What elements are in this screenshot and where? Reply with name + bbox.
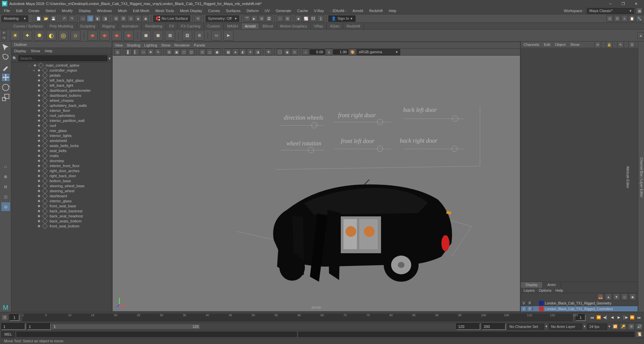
outliner-item-wheel_chassis[interactable]: ◈wheel_chassis: [14, 98, 112, 103]
shelftab-vray[interactable]: VRay: [311, 23, 327, 29]
cb-menu-show[interactable]: Show: [570, 43, 580, 47]
go-end-icon[interactable]: ⏭: [636, 315, 642, 321]
select-hierarchy-icon[interactable]: ◫: [87, 15, 94, 22]
vp-view-transform-icon[interactable]: 🎨: [349, 49, 356, 55]
shelftab-mash[interactable]: MASH: [224, 23, 241, 29]
step-forward-key-icon[interactable]: ⏩: [629, 315, 635, 321]
outliner-item-interior_glass[interactable]: ◈interior_glass: [14, 198, 112, 203]
timeline-menu-icon[interactable]: ☰: [1, 314, 8, 321]
layer-menu-layers[interactable]: Layers: [524, 288, 535, 292]
vp-xray-icon[interactable]: ◯: [276, 49, 283, 55]
character-set-selector[interactable]: No Character Set: [507, 324, 544, 330]
shelftab-redshift[interactable]: Redshift: [343, 23, 364, 29]
attribute-editor-tab[interactable]: Attribute Editor: [625, 164, 630, 190]
range-end-inner[interactable]: [456, 323, 480, 330]
outliner-item-left_back_light_glass[interactable]: ◈left_back_light_glass: [14, 78, 112, 83]
shelftab-xgen[interactable]: XGen: [327, 23, 343, 29]
outliner-item-controller_region[interactable]: +◈controller_region: [14, 68, 112, 73]
live-surface-selector[interactable]: 🧲No Live Surface: [153, 15, 190, 22]
menu-generate[interactable]: Generate: [273, 8, 294, 13]
select-object-icon[interactable]: ◧: [94, 15, 101, 22]
select-tool-icon[interactable]: [1, 43, 10, 52]
cb-lock-icon[interactable]: 🔒: [606, 41, 612, 48]
layout-two-v-icon[interactable]: ◫: [1, 192, 10, 201]
shelftab-animation[interactable]: Animation: [118, 23, 142, 29]
menu-select[interactable]: Select: [43, 8, 59, 13]
autokey-icon[interactable]: 🔑: [620, 323, 627, 330]
vp-grid-icon[interactable]: ⊞: [166, 49, 172, 55]
shelftab-bifrost[interactable]: Bifrost: [259, 23, 277, 29]
outliner-item-bottom_base[interactable]: ◈bottom_base: [14, 178, 112, 183]
snap-curve-icon[interactable]: ⦿: [120, 15, 127, 22]
outliner-item-interior_lights[interactable]: ◈interior_lights: [14, 133, 112, 138]
pause-icon[interactable]: ‖: [317, 15, 324, 22]
scale-tool-icon[interactable]: [1, 93, 10, 102]
viewport-menu-shading[interactable]: Shading: [127, 43, 140, 47]
snap-grid-icon[interactable]: ⊞: [113, 15, 119, 22]
layout-two-h-icon[interactable]: ⊟: [1, 182, 10, 191]
paint-select-icon[interactable]: [1, 63, 10, 72]
shelftab-arnold[interactable]: Arnold: [241, 23, 259, 29]
layer-new-selected-icon[interactable]: ◆: [629, 293, 636, 300]
menu-redshift[interactable]: Redshift: [367, 8, 385, 13]
viewport-menu-show[interactable]: Show: [161, 43, 171, 47]
minimize-button[interactable]: ─: [606, 2, 614, 6]
outliner-item-upholstery_back_walls[interactable]: ◈upholstery_back_walls: [14, 103, 112, 108]
mesh-light-icon[interactable]: ✦: [22, 30, 32, 41]
curve-collector-icon[interactable]: ▦: [141, 30, 151, 41]
vp-xray-components-icon[interactable]: ⊙: [291, 49, 298, 55]
snap-view-icon[interactable]: ◉: [142, 15, 149, 22]
shelftab-fx[interactable]: FX: [166, 23, 178, 29]
menu-file[interactable]: File: [1, 8, 13, 13]
outliner-item-seat_belts[interactable]: ◈seat_belts: [14, 148, 112, 153]
outliner-item-dashboard_speedometer[interactable]: ◈dashboard_speedometer: [14, 88, 112, 93]
menu-mesh-tools[interactable]: Mesh Tools: [153, 8, 176, 13]
vp-xray-joints-icon[interactable]: ◉: [284, 49, 290, 55]
panel-single-icon[interactable]: □: [277, 15, 283, 22]
layer-new-empty-icon[interactable]: ◇: [621, 293, 628, 300]
viewport-menu-panels[interactable]: Panels: [194, 43, 205, 47]
layout-four-icon[interactable]: ⊞: [1, 172, 10, 181]
play-back-icon[interactable]: ◀: [609, 315, 615, 321]
loop-icon[interactable]: 🔁: [612, 323, 619, 330]
vp-2d-pan-icon[interactable]: ✥: [147, 49, 154, 55]
vp-select-camera-icon[interactable]: ◎: [114, 49, 121, 55]
menu-curves[interactable]: Curves: [206, 8, 223, 13]
shelftab-fx-caching[interactable]: FX Caching: [178, 23, 204, 29]
move-tool-icon[interactable]: [1, 73, 10, 82]
menu--3dtoall-[interactable]: - 3DtoAll -: [327, 8, 349, 13]
vp-gate-mask-icon[interactable]: ◫: [188, 49, 195, 55]
outliner-item-front_seat_bottom[interactable]: ◈front_seat_bottom: [14, 223, 112, 228]
channelbox-toggle-icon[interactable]: ☰: [614, 15, 621, 22]
vp-resolution-gate-icon[interactable]: ▢: [180, 49, 187, 55]
light-portal-icon[interactable]: ◎: [58, 30, 68, 41]
layer-menu-options[interactable]: Options: [539, 288, 551, 292]
photometric-light-icon[interactable]: ✹: [34, 30, 44, 41]
viewport-menu-view[interactable]: View: [115, 43, 123, 47]
vp-image-plane-icon[interactable]: ▭: [140, 49, 147, 55]
arnold-ipr-icon[interactable]: ▶: [223, 30, 233, 41]
render-icon[interactable]: 🖼: [182, 30, 192, 41]
history-toggle-icon[interactable]: ⟲: [195, 15, 201, 22]
shelftab-sculpting[interactable]: Sculpting: [77, 23, 99, 29]
outliner-search-input[interactable]: [18, 55, 107, 61]
control-slider-5[interactable]: [404, 149, 464, 149]
control-slider-1[interactable]: [280, 150, 324, 150]
vp-bookmark2-icon[interactable]: ▎: [132, 49, 139, 55]
vp-gamma-icon[interactable]: γ: [326, 49, 332, 55]
render-sequence-icon[interactable]: ⊞: [194, 30, 204, 41]
outliner-item-interior_front_floor[interactable]: ◈interior_front_floor: [14, 163, 112, 168]
redo-icon[interactable]: ↷: [68, 15, 75, 22]
menu-deform[interactable]: Deform: [244, 8, 261, 13]
menu-surfaces[interactable]: Surfaces: [223, 8, 243, 13]
go-start-icon[interactable]: ⏮: [589, 315, 595, 321]
menu-uv[interactable]: UV: [262, 8, 272, 13]
range-end-outer[interactable]: [482, 323, 506, 330]
control-slider-0[interactable]: [280, 125, 324, 126]
menu-display[interactable]: Display: [76, 8, 94, 13]
teapot-2-icon[interactable]: 🫖: [100, 30, 110, 41]
lasso-tool-icon[interactable]: [1, 53, 10, 62]
layer-move-down-icon[interactable]: ▼: [613, 293, 620, 300]
vp-film-gate-icon[interactable]: ▣: [173, 49, 180, 55]
filter-icon[interactable]: ▾: [109, 56, 111, 61]
